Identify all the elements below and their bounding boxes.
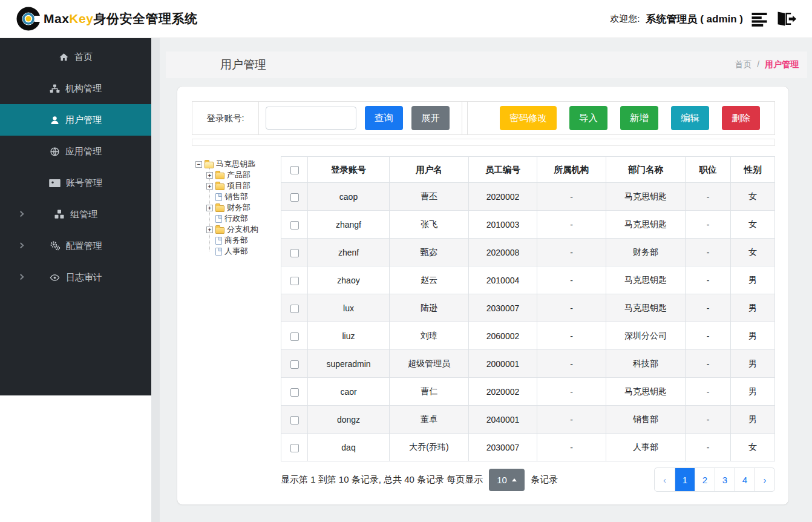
tree-node[interactable]: 人事部 (195, 246, 281, 257)
tree-node-label[interactable]: 财务部 (227, 202, 250, 213)
table-cell: - (537, 294, 606, 322)
tree-node-label[interactable]: 行政部 (224, 213, 248, 224)
table-row[interactable]: dongz董卓2040001-销售部-男 (281, 406, 775, 434)
tree-node-label[interactable]: 商务部 (224, 235, 248, 246)
prev-page-button[interactable]: ‹ (655, 468, 675, 491)
row-checkbox[interactable] (290, 388, 299, 397)
app-header: MaxKey身份安全管理系统 欢迎您: 系统管理员 ( admin ) (0, 0, 812, 38)
tree-node-label[interactable]: 产品部 (227, 170, 250, 180)
table-cell: 陆逊 (390, 294, 469, 322)
login-account-label: 登录账号: (206, 113, 244, 124)
table-cell: 2020002 (469, 183, 537, 211)
sidebar-item-account[interactable]: 账号管理 (0, 167, 151, 199)
row-checkbox[interactable] (290, 444, 299, 452)
sidebar-item-config[interactable]: 配置管理 (0, 230, 151, 262)
table-row[interactable]: caor曹仁2020002-马克思钥匙-男 (281, 378, 775, 406)
chevron-right-icon (18, 211, 24, 217)
row-checkbox[interactable] (290, 305, 299, 313)
page-button-4[interactable]: 4 (735, 468, 755, 491)
row-checkbox[interactable] (290, 332, 299, 341)
table-cell: 女 (731, 434, 775, 461)
page-button-2[interactable]: 2 (695, 468, 715, 491)
tree-node[interactable]: −马克思钥匙 (195, 159, 281, 170)
expand-box-icon[interactable]: + (206, 226, 213, 233)
logout-icon[interactable] (776, 10, 796, 28)
table-row[interactable]: liuz刘璋2060002-深圳分公司-男 (281, 322, 775, 350)
row-checkbox[interactable] (290, 360, 299, 369)
add-button[interactable]: 新增 (620, 106, 658, 130)
table-cell: 2060002 (469, 322, 537, 350)
table-row[interactable]: caop曹丕2020002-马克思钥匙-女 (281, 183, 775, 211)
tree-node[interactable]: +产品部 (195, 170, 281, 180)
breadcrumb-home[interactable]: 首页 (735, 59, 751, 69)
table-cell: 甄宓 (390, 239, 469, 266)
collapse-box-icon[interactable]: − (195, 161, 202, 168)
tree-node-label[interactable]: 分支机构 (227, 224, 258, 235)
tree-node[interactable]: +财务部 (195, 202, 281, 213)
sidebar-item-audit[interactable]: 日志审计 (0, 262, 151, 293)
row-checkbox[interactable] (290, 193, 299, 202)
table-cell: 马克思钥匙 (606, 183, 686, 211)
expand-box-icon[interactable]: + (206, 205, 213, 211)
folder-icon (215, 173, 224, 179)
page-button-1[interactable]: 1 (675, 468, 695, 491)
delete-button[interactable]: 删除 (722, 106, 760, 130)
edit-button[interactable]: 编辑 (671, 106, 709, 130)
expand-box-icon[interactable]: + (206, 172, 213, 179)
table-row[interactable]: zhenf甄宓2020008-财务部-女 (281, 239, 775, 266)
table-row[interactable]: zhaoy赵云2010004-马克思钥匙-男 (281, 266, 775, 294)
table-row[interactable]: daq大乔(乔玮)2030007-人事部-女 (281, 434, 775, 461)
brand-title: MaxKey身份安全管理系统 (44, 10, 197, 27)
open-folder-icon (205, 162, 214, 168)
sidebar-item-home[interactable]: 首页 (0, 41, 151, 73)
change-password-button[interactable]: 密码修改 (500, 106, 557, 130)
page-title: 用户管理 (220, 57, 266, 73)
tree-node[interactable]: +分支机构 (195, 224, 281, 235)
sidebar-item-group[interactable]: 组管理 (0, 199, 151, 230)
form-divider (462, 102, 468, 134)
expand-box-icon[interactable]: + (206, 183, 213, 190)
expand-button[interactable]: 展开 (411, 106, 450, 130)
tree-connector (206, 194, 213, 200)
table-row[interactable]: superadmin超级管理员2000001-科技部-男 (281, 350, 775, 378)
tree-node-label[interactable]: 项目部 (227, 180, 250, 191)
row-select-cell (281, 434, 308, 461)
row-checkbox[interactable] (290, 249, 299, 257)
sidebar-item-app[interactable]: 应用管理 (0, 136, 151, 167)
sidebar-item-org[interactable]: 机构管理 (0, 73, 151, 104)
tree-node-label[interactable]: 马克思钥匙 (216, 159, 255, 170)
pagination: ‹1234› (654, 467, 775, 492)
row-checkbox[interactable] (290, 416, 299, 425)
table-cell: 人事部 (606, 434, 686, 461)
login-account-input[interactable] (266, 107, 356, 130)
next-page-button[interactable]: › (755, 468, 774, 491)
table-cell: 2030007 (469, 294, 537, 322)
tree-node-label[interactable]: 销售部 (224, 191, 248, 202)
row-checkbox[interactable] (290, 277, 299, 285)
query-button[interactable]: 查询 (365, 106, 403, 130)
table-row[interactable]: zhangf张飞2010003-马克思钥匙-女 (281, 211, 775, 239)
tree-node[interactable]: +项目部 (195, 180, 281, 191)
select-all-checkbox[interactable] (290, 166, 299, 174)
page-button-3[interactable]: 3 (715, 468, 735, 491)
row-checkbox[interactable] (290, 221, 299, 230)
import-button[interactable]: 导入 (569, 106, 607, 130)
column-header: 员工编号 (469, 157, 537, 183)
table-cell: 马克思钥匙 (606, 294, 686, 322)
tree-node[interactable]: 销售部 (195, 191, 281, 202)
page-header-bar: 用户管理 首页 / 用户管理 (166, 51, 807, 78)
row-select-cell (281, 183, 308, 211)
row-select-cell (281, 350, 308, 378)
tree-node[interactable]: 商务部 (195, 235, 281, 246)
folder-icon (215, 227, 224, 234)
sidebar-item-label: 首页 (74, 51, 93, 63)
sidebar-item-user[interactable]: 用户管理 (0, 104, 151, 136)
brand: MaxKey身份安全管理系统 (16, 6, 197, 31)
page-size-dropdown[interactable]: 10 (489, 469, 525, 491)
tree-node[interactable]: 行政部 (195, 213, 281, 224)
table-cell: 2020002 (469, 378, 537, 406)
table-cell: 女 (731, 211, 775, 239)
table-row[interactable]: lux陆逊2030007-马克思钥匙-男 (281, 294, 775, 322)
tree-node-label[interactable]: 人事部 (224, 246, 248, 257)
menu-list-icon[interactable] (750, 10, 768, 28)
